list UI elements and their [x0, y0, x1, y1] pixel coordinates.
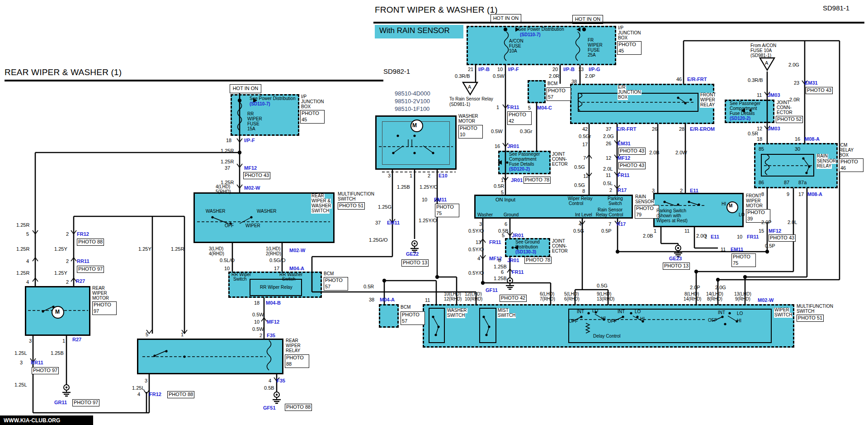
diagram-label: 1.25R [221, 159, 234, 165]
diagram-label: 10(RHD) [465, 297, 482, 302]
contact-line [728, 316, 737, 321]
diagram-label: 16 [795, 137, 800, 142]
diagram-label: BCM [547, 81, 557, 86]
diagram-label: 8(LHD) [684, 292, 699, 297]
junction-dot [694, 270, 698, 273]
fuse-coil-symbol [765, 155, 769, 175]
diagram-label: HI [722, 202, 726, 207]
section-underline [5, 80, 383, 81]
diagram-label: 12 [583, 174, 589, 179]
photo-ref: PHOTO 51 [797, 315, 824, 322]
diagram-label: 1 [181, 332, 184, 338]
ground-symbol-GF51 [276, 394, 278, 396]
diagram-label: 2.0G [788, 62, 799, 68]
diagram-label: JR01 [511, 178, 523, 183]
diagram-label: 2.0R [549, 74, 559, 79]
diagram-label: SWITCH [338, 197, 355, 202]
contact-line [436, 327, 439, 335]
diagram-label: JUNCTION [618, 90, 642, 95]
contact-dot [663, 201, 665, 203]
diagram-label: 25A [588, 53, 596, 58]
diagram-label: E/R-FRT [687, 77, 707, 82]
diagram-label: 1.25R [16, 271, 29, 276]
diagram-label: JM03 [768, 93, 780, 98]
diagram-label: WIPER [247, 117, 262, 122]
diagram-label: 9 [787, 192, 789, 197]
diagram-label: Int Level [575, 213, 592, 218]
diagram-label: OFF [608, 319, 617, 324]
diagram-label: Rain Sensor [598, 208, 623, 213]
diagram-label: BOX [618, 95, 628, 100]
diagram-label: FUSE 10A [750, 48, 772, 53]
diagram-label: E/R [618, 85, 626, 90]
diagram-label: (SD981-1) [750, 53, 771, 58]
diagram-label: 2 [428, 173, 430, 179]
diagram-label: 2 [609, 188, 612, 193]
section-underline [373, 22, 864, 24]
ground-symbol-GR11 [66, 387, 67, 388]
photo-ref: PHOTO 57 [324, 277, 348, 291]
photo-ref: PHOTO 97 [32, 367, 59, 374]
diagram-label: 37 [375, 220, 381, 226]
diagram-label: RAIN [635, 195, 646, 200]
flow-arrow [498, 160, 502, 165]
diagram-label: 12(RHD) [444, 297, 462, 302]
diagram-label: 7 [609, 222, 611, 227]
diagram-label: 6 [505, 222, 507, 227]
diagram-label: 12(LHD) [465, 292, 482, 297]
contact-dot [622, 315, 624, 318]
diagram-label: See Passneger [509, 152, 540, 157]
diagram-label: 10 [422, 197, 427, 203]
diagram-label: 0.5Y/O [468, 247, 484, 253]
contact-dot [432, 315, 434, 318]
diagram-label: 13(RHD) [597, 297, 614, 302]
diagram-label: 11 [684, 229, 689, 234]
diagram-label: 20 [552, 67, 558, 72]
diagram-label: RR Wiper Relay [260, 285, 292, 290]
diagram-label: E/R-FRT [617, 127, 636, 132]
diagram-label: 13(LHD) [734, 292, 751, 297]
diagram-label: GE22 [406, 252, 419, 257]
diagram-label: RR11 [77, 259, 90, 264]
diagram-label: Switch [233, 277, 246, 282]
diagram-label: 98510-2V100 [395, 98, 430, 105]
diagram-label: Wipers at Rest) [656, 219, 688, 224]
diagram-label: I/P-F [508, 67, 519, 72]
contact-dot [211, 216, 213, 218]
diagram-label: (Shown with [656, 214, 681, 219]
diagram-label: 1.25G [378, 205, 392, 210]
diagram-label: 46 [676, 77, 682, 82]
diagram-label: 11 [721, 247, 726, 253]
contact-dot [677, 96, 679, 99]
diagram-label: FR12 [149, 392, 161, 397]
diagram-label: F35 [277, 378, 285, 384]
diagram-label: 3 [29, 339, 32, 344]
diagram-label: EM31 [805, 81, 818, 86]
diagram-label: 21 [468, 67, 473, 72]
diagram-label: ECTOR [552, 162, 568, 167]
diagram-label: SWITCH [797, 309, 814, 314]
junction-dot [238, 151, 241, 154]
photo-ref: PHOTO 43 [618, 148, 646, 155]
diagram-label: M04-B [266, 301, 281, 306]
diagram-label: RELAY [839, 148, 854, 153]
diagram-label: FR [588, 38, 594, 43]
diagram-label: GF51 [263, 406, 276, 411]
diagram-label: LO [737, 311, 743, 316]
contact-dot [165, 350, 167, 352]
diagram-label: M04-A [380, 297, 395, 303]
diagram-label: 12 [606, 156, 611, 161]
diagram-label: EM11 [731, 247, 743, 253]
contact-line [212, 217, 228, 224]
contact-dot [392, 152, 394, 154]
diagram-label: R17 [618, 188, 627, 193]
diagram-label: E10 [439, 173, 448, 179]
diagram-label: Compartment [509, 157, 537, 162]
photo-ref: PHOTO 43 [806, 87, 833, 94]
diagram-label: WIPER & [311, 199, 331, 204]
diagram-label: 42 [582, 127, 588, 132]
photo-ref: PHOTO 52 [776, 116, 803, 123]
diagram-label: A/CON [509, 39, 524, 44]
diagram-label: BCM [401, 305, 410, 310]
photo-ref: PHOTO 43 [243, 172, 270, 179]
